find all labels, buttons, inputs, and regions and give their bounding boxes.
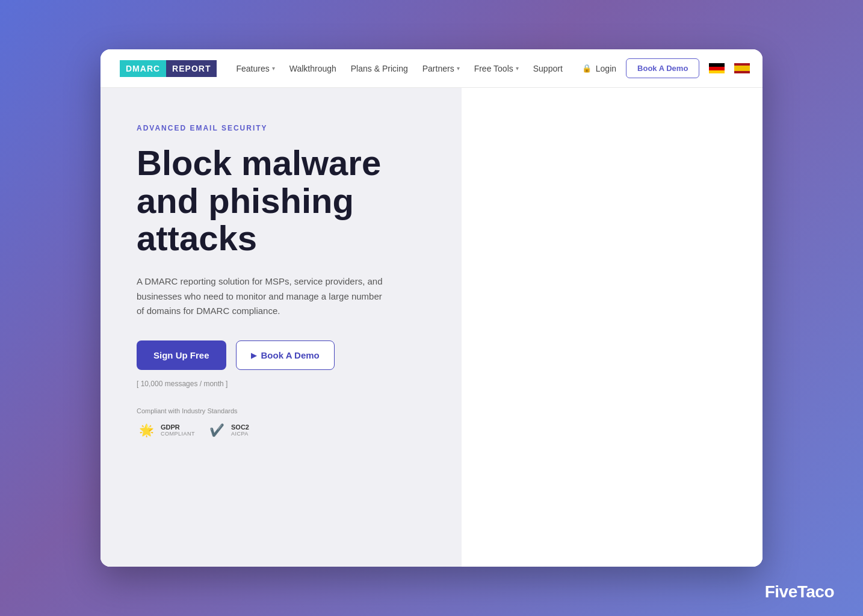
- browser-window: DMARC REPORT Features ▾ Walkthrough Plan…: [101, 49, 762, 567]
- gdpr-sub: COMPLIANT: [161, 431, 195, 437]
- right-panel: [462, 88, 762, 567]
- nav-right: 🔒 Login Book A Demo: [582, 58, 750, 78]
- svg-rect-1: [709, 67, 725, 70]
- main-content: ADVANCED EMAIL SECURITY Block malware an…: [101, 88, 762, 567]
- book-demo-button[interactable]: ▶ Book A Demo: [236, 340, 335, 370]
- compliance-badges: 🌟 GDPR COMPLIANT ✔️ SOC2 AICPA: [137, 420, 425, 440]
- sign-up-button[interactable]: Sign Up Free: [137, 340, 226, 370]
- compliance-label: Compliant with Industry Standards: [137, 407, 425, 414]
- chevron-down-icon: ▾: [457, 65, 460, 72]
- hero-title: Block malware and phishing attacks: [137, 144, 425, 257]
- svg-rect-4: [734, 66, 750, 71]
- gdpr-title: GDPR: [161, 424, 195, 431]
- soc2-badge: ✔️ SOC2 AICPA: [207, 420, 249, 440]
- navbar: DMARC REPORT Features ▾ Walkthrough Plan…: [101, 49, 762, 88]
- flag-de-icon[interactable]: [709, 63, 725, 73]
- lock-icon: 🔒: [582, 64, 592, 73]
- login-link[interactable]: 🔒 Login: [582, 64, 616, 73]
- fivetaco-brand: FiveTaco: [765, 582, 834, 602]
- soc2-sub: AICPA: [231, 431, 249, 437]
- soc2-title: SOC2: [231, 424, 249, 431]
- nav-support[interactable]: Support: [533, 64, 563, 73]
- hero-section: ADVANCED EMAIL SECURITY Block malware an…: [101, 88, 462, 567]
- compliance-section: Compliant with Industry Standards 🌟 GDPR…: [137, 407, 425, 440]
- nav-plans-pricing[interactable]: Plans & Pricing: [351, 64, 408, 73]
- svg-rect-2: [709, 70, 725, 73]
- play-icon: ▶: [251, 351, 256, 360]
- nav-walkthrough[interactable]: Walkthrough: [289, 64, 336, 73]
- chevron-down-icon: ▾: [272, 65, 275, 72]
- section-label: ADVANCED EMAIL SECURITY: [137, 124, 425, 132]
- logo-dmarc: DMARC: [120, 60, 166, 77]
- logo-report: REPORT: [166, 60, 217, 77]
- chevron-down-icon: ▾: [516, 65, 519, 72]
- gdpr-icon: 🌟: [137, 420, 156, 440]
- messages-note: [ 10,000 messages / month ]: [137, 380, 425, 388]
- flag-es-icon[interactable]: [734, 63, 750, 73]
- logo[interactable]: DMARC REPORT: [120, 60, 217, 77]
- nav-free-tools[interactable]: Free Tools ▾: [474, 64, 519, 73]
- nav-partners[interactable]: Partners ▾: [422, 64, 460, 73]
- gdpr-badge: 🌟 GDPR COMPLIANT: [137, 420, 195, 440]
- hero-subtitle: A DMARC reporting solution for MSPs, ser…: [137, 274, 389, 319]
- svg-rect-0: [709, 63, 725, 67]
- book-demo-nav-button[interactable]: Book A Demo: [626, 58, 699, 78]
- nav-features[interactable]: Features ▾: [236, 64, 274, 73]
- cta-buttons: Sign Up Free ▶ Book A Demo: [137, 340, 425, 370]
- nav-links: Features ▾ Walkthrough Plans & Pricing P…: [236, 64, 562, 73]
- soc2-icon: ✔️: [207, 420, 226, 440]
